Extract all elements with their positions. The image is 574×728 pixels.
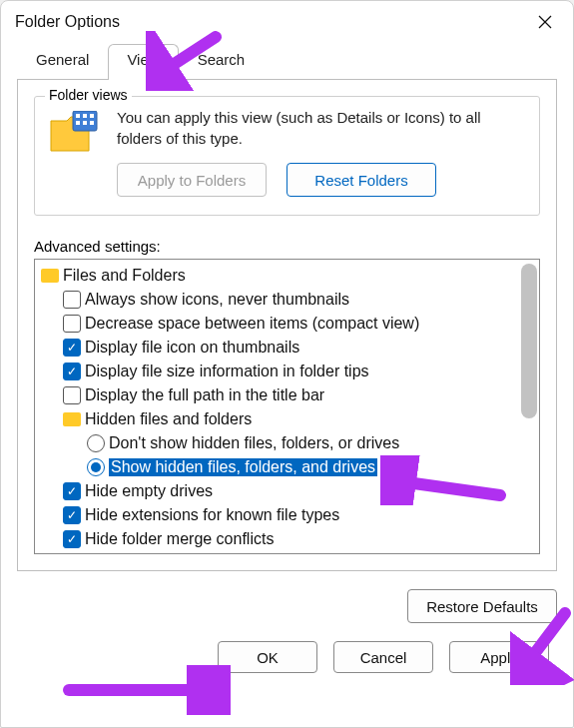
window-title: Folder Options [15, 13, 531, 31]
title-bar: Folder Options [1, 1, 573, 43]
restore-defaults-button[interactable]: Restore Defaults [407, 589, 557, 623]
radio-show-hidden[interactable]: Show hidden files, folders, and drives [41, 455, 539, 479]
advanced-settings-label: Advanced settings: [34, 238, 540, 255]
checkbox[interactable]: ✓ [63, 339, 81, 357]
apply-button[interactable]: Apply [449, 641, 549, 673]
tree-item[interactable]: Always show icons, never thumbnails [41, 288, 539, 312]
folder-icon [41, 269, 59, 283]
checkbox[interactable] [63, 291, 81, 309]
cancel-button[interactable]: Cancel [333, 641, 433, 673]
tree-item[interactable]: Display the full path in the title bar [41, 383, 539, 407]
radio[interactable] [87, 458, 105, 476]
ok-button[interactable]: OK [218, 641, 317, 673]
tree-group-files-folders: Files and Folders [41, 264, 539, 288]
svg-rect-7 [83, 121, 87, 125]
scrollbar-thumb[interactable] [521, 264, 537, 418]
checkbox[interactable] [63, 315, 81, 333]
folder-views-icon [49, 111, 101, 155]
tree-item[interactable]: ✓Hide empty drives [41, 479, 539, 503]
svg-rect-4 [83, 114, 87, 118]
folder-icon [63, 412, 81, 426]
checkbox[interactable] [63, 386, 81, 404]
svg-rect-5 [90, 114, 94, 118]
tree-item[interactable]: ✓Hide protected operating system files (… [41, 551, 539, 554]
radio-dont-show-hidden[interactable]: Don't show hidden files, folders, or dri… [41, 431, 539, 455]
tree-item[interactable]: ✓Display file icon on thumbnails [41, 336, 539, 360]
dialog-buttons: OK Cancel Apply [1, 623, 573, 691]
tab-strip: General View Search [1, 43, 573, 79]
svg-rect-8 [90, 121, 94, 125]
close-button[interactable] [531, 8, 559, 36]
svg-rect-3 [76, 114, 80, 118]
tree-item[interactable]: ✓Hide folder merge conflicts [41, 527, 539, 551]
tab-view[interactable]: View [108, 44, 178, 80]
apply-to-folders-button[interactable]: Apply to Folders [117, 163, 267, 197]
tab-panel-view: Folder views You can apply this view (su… [17, 79, 557, 571]
checkbox[interactable]: ✓ [63, 506, 81, 524]
radio[interactable] [87, 434, 105, 452]
checkbox[interactable]: ✓ [63, 530, 81, 548]
tree-group-hidden: Hidden files and folders [41, 407, 539, 431]
reset-folders-button[interactable]: Reset Folders [287, 163, 436, 197]
advanced-settings-tree[interactable]: Files and Folders Always show icons, nev… [34, 259, 540, 554]
tab-general[interactable]: General [17, 44, 108, 80]
checkbox[interactable]: ✓ [63, 482, 81, 500]
folder-views-group: Folder views You can apply this view (su… [34, 96, 540, 216]
folder-options-dialog: Folder Options General View Search Folde… [0, 0, 574, 728]
tree-item[interactable]: ✓Hide extensions for known file types [41, 503, 539, 527]
svg-rect-6 [76, 121, 80, 125]
tab-search[interactable]: Search [179, 44, 265, 80]
checkbox[interactable]: ✓ [63, 363, 81, 380]
folder-views-legend: Folder views [45, 87, 132, 103]
folder-views-desc: You can apply this view (such as Details… [117, 107, 525, 149]
tree-item[interactable]: Decrease space between items (compact vi… [41, 312, 539, 336]
tree-item[interactable]: ✓Display file size information in folder… [41, 360, 539, 383]
